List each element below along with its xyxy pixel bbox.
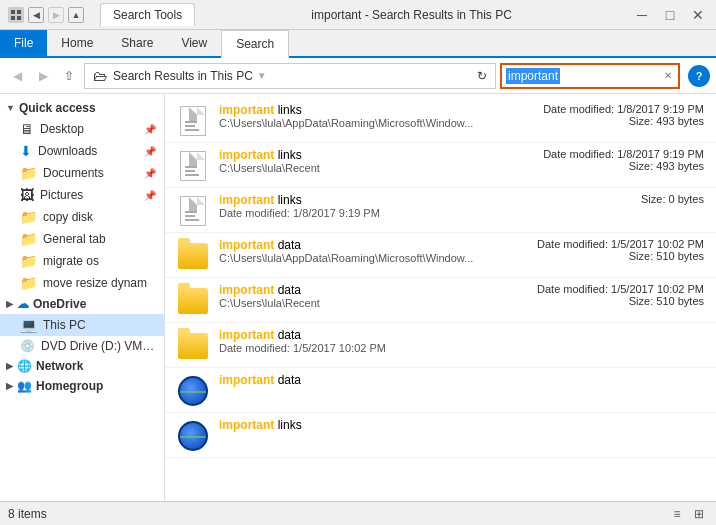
address-refresh-icon[interactable]: ↻ [477, 69, 487, 83]
result-details: important links C:\Users\lula\AppData\Ro… [219, 103, 524, 129]
downloads-icon: ⬇ [20, 143, 32, 159]
details-view-button[interactable]: ≡ [668, 505, 686, 523]
result-item[interactable]: important links C:\Users\lula\Recent Dat… [165, 143, 716, 188]
result-item[interactable]: important data C:\Users\lula\Recent Date… [165, 278, 716, 323]
result-path-6: Date modified: 1/5/2017 10:02 PM [219, 342, 519, 354]
folder-icon-moveresize: 📁 [20, 275, 37, 291]
content-area: important links C:\Users\lula\AppData\Ro… [165, 94, 716, 501]
result-meta-3: Size: 0 bytes [524, 193, 704, 205]
window-icon [8, 7, 24, 23]
sidebar-item-copydisk[interactable]: 📁 copy disk [0, 206, 164, 228]
result-path-3: Date modified: 1/8/2017 9:19 PM [219, 207, 519, 219]
svg-rect-3 [17, 16, 21, 20]
result-details-4: important data C:\Users\lula\AppData\Roa… [219, 238, 524, 264]
result-size-4: Size: 510 bytes [524, 250, 704, 262]
name-highlight-3: important [219, 193, 274, 207]
search-value: important [506, 68, 560, 84]
onedrive-icon: ☁ [17, 297, 29, 311]
file-tab[interactable]: File [0, 29, 47, 57]
homegroup-icon: 👥 [17, 379, 32, 393]
result-details-8: important links [219, 418, 524, 432]
tab-share[interactable]: Share [107, 29, 167, 57]
pictures-label: Pictures [40, 188, 144, 202]
folder-breadcrumb-icon: 🗁 [93, 68, 107, 84]
title-bar: ◀ ▶ ▲ Search Tools important - Search Re… [0, 0, 716, 30]
up-quick-icon: ▲ [68, 7, 84, 23]
result-name-4: important data [219, 238, 524, 252]
result-details-5: important data C:\Users\lula\Recent [219, 283, 524, 309]
onedrive-header[interactable]: ▶ ☁ OneDrive [0, 294, 164, 314]
migrateos-label: migrate os [43, 254, 156, 268]
pin-icon: 📌 [144, 124, 156, 135]
pin-icon-2: 📌 [144, 146, 156, 157]
result-item[interactable]: important links [165, 413, 716, 458]
result-item[interactable]: important links Date modified: 1/8/2017 … [165, 188, 716, 233]
result-meta-5: Date modified: 1/5/2017 10:02 PM Size: 5… [524, 283, 704, 307]
sidebar-item-generaltab[interactable]: 📁 General tab [0, 228, 164, 250]
address-box[interactable]: 🗁 Search Results in This PC ▼ ↻ [84, 63, 496, 89]
network-header[interactable]: ▶ 🌐 Network [0, 356, 164, 376]
downloads-label: Downloads [38, 144, 144, 158]
minimize-button[interactable]: ─ [628, 1, 656, 29]
result-path-5: C:\Users\lula\Recent [219, 297, 519, 309]
folder-icon-5 [177, 285, 209, 317]
folder-icon-migrateos: 📁 [20, 253, 37, 269]
result-name-8: important links [219, 418, 524, 432]
result-date-5: Date modified: 1/5/2017 10:02 PM [524, 283, 704, 295]
main-area: ▼ Quick access 🖥 Desktop 📌 ⬇ Downloads 📌… [0, 94, 716, 501]
result-date-2: Date modified: 1/8/2017 9:19 PM [524, 148, 704, 160]
name-highlight-8: important [219, 418, 274, 432]
tab-search[interactable]: Search [221, 30, 289, 58]
maximize-button[interactable]: □ [656, 1, 684, 29]
result-item[interactable]: important data C:\Users\lula\AppData\Roa… [165, 233, 716, 278]
homegroup-chevron-icon: ▶ [6, 381, 13, 391]
result-item[interactable]: important data [165, 368, 716, 413]
title-bar-left: ◀ ▶ ▲ [0, 7, 92, 23]
result-meta-4: Date modified: 1/5/2017 10:02 PM Size: 5… [524, 238, 704, 262]
back-quick-icon: ◀ [28, 7, 44, 23]
close-button[interactable]: ✕ [684, 1, 712, 29]
result-item[interactable]: important links C:\Users\lula\AppData\Ro… [165, 98, 716, 143]
desktop-icon: 🖥 [20, 121, 34, 137]
pictures-icon: 🖼 [20, 187, 34, 203]
large-icons-view-button[interactable]: ⊞ [690, 505, 708, 523]
sidebar-item-dvd[interactable]: 💿 DVD Drive (D:) VMwa... [0, 336, 164, 356]
result-meta-2: Date modified: 1/8/2017 9:19 PM Size: 49… [524, 148, 704, 172]
tab-home[interactable]: Home [47, 29, 107, 57]
quick-access-header[interactable]: ▼ Quick access [0, 98, 164, 118]
result-item[interactable]: important data Date modified: 1/5/2017 1… [165, 323, 716, 368]
back-button[interactable]: ◀ [6, 65, 28, 87]
forward-button[interactable]: ▶ [32, 65, 54, 87]
name-highlight: important [219, 103, 274, 117]
network-label: Network [36, 359, 83, 373]
desktop-label: Desktop [40, 122, 144, 136]
name-highlight-4: important [219, 238, 274, 252]
tab-view[interactable]: View [167, 29, 221, 57]
sidebar-item-thispc[interactable]: 💻 This PC [0, 314, 164, 336]
up-button[interactable]: ⇧ [58, 65, 80, 87]
sidebar-item-desktop[interactable]: 🖥 Desktop 📌 [0, 118, 164, 140]
result-name-5: important data [219, 283, 524, 297]
name-highlight-5: important [219, 283, 274, 297]
name-highlight-6: important [219, 328, 274, 342]
help-button[interactable]: ? [688, 65, 710, 87]
sidebar-item-documents[interactable]: 📁 Documents 📌 [0, 162, 164, 184]
search-tools-tab[interactable]: Search Tools [100, 3, 195, 26]
result-name-3: important links [219, 193, 524, 207]
documents-label: Documents [43, 166, 144, 180]
sidebar-item-migrateos[interactable]: 📁 migrate os [0, 250, 164, 272]
result-size-5: Size: 510 bytes [524, 295, 704, 307]
sidebar-item-pictures[interactable]: 🖼 Pictures 📌 [0, 184, 164, 206]
homegroup-header[interactable]: ▶ 👥 Homegroup [0, 376, 164, 396]
documents-icon: 📁 [20, 165, 37, 181]
result-path: C:\Users\lula\AppData\Roaming\Microsoft\… [219, 117, 519, 129]
result-name: important links [219, 103, 524, 117]
name-highlight-2: important [219, 148, 274, 162]
folder-icon-copydisk: 📁 [20, 209, 37, 225]
sidebar-item-downloads[interactable]: ⬇ Downloads 📌 [0, 140, 164, 162]
search-box[interactable]: important ✕ [500, 63, 680, 89]
search-clear-button[interactable]: ✕ [662, 68, 674, 83]
result-name-7: important data [219, 373, 524, 387]
sidebar-item-moveresize[interactable]: 📁 move resize dynam [0, 272, 164, 294]
window-controls: ─ □ ✕ [628, 1, 712, 29]
